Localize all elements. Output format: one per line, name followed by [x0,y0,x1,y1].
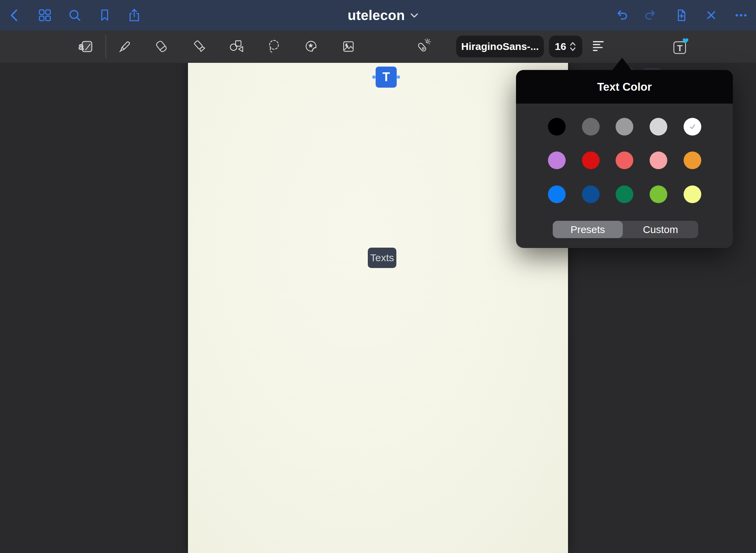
text-tool-left-handle [372,75,376,79]
tab-presets-label: Presets [570,224,605,235]
laser-pointer-tool[interactable] [414,37,432,56]
highlighter-tool[interactable] [191,37,209,56]
more-button[interactable] [733,7,749,23]
canvas-text-label: Texts [370,252,394,264]
color-swatch-79c135[interactable] [650,185,667,203]
document-title: utelecon [348,8,405,23]
popup-title: Text Color [597,81,652,93]
toolbar-divider [105,35,106,58]
color-swatch-0a7f53[interactable] [616,185,633,203]
redo-button[interactable] [643,7,659,23]
color-swatch-6b6b6b[interactable] [582,118,600,136]
color-swatch-f4f98b[interactable] [684,185,701,203]
tab-custom-label: Custom [643,224,678,235]
favorite-text-style-button[interactable]: T [671,37,689,56]
color-swatch-0b7bf5[interactable] [548,185,566,203]
tools-toolbar: a [0,31,756,63]
text-tool-glyph: T [382,70,390,84]
color-swatch-c07edd[interactable] [548,151,566,169]
note-page[interactable] [188,63,568,553]
selected-check-icon [688,122,697,131]
image-tool[interactable] [339,37,358,56]
read-only-mode-button[interactable] [703,7,719,23]
sticker-star-icon [303,38,319,55]
text-style-heart-icon: T [671,37,689,56]
text-color-popup: Text Color Presets Custom [516,70,733,248]
undo-icon [614,8,629,23]
align-left-icon [593,41,606,52]
color-swatch-9b9b9b[interactable] [616,118,633,136]
elements-tool[interactable] [302,37,320,56]
svg-text:a: a [79,41,84,52]
image-icon [340,38,357,55]
top-navigation-bar: utelecon [0,0,756,31]
stepper-chevrons-icon [569,40,577,53]
color-swatch-000000[interactable] [548,118,566,136]
crossed-pen-icon [704,8,719,23]
lasso-tool[interactable] [265,37,283,56]
add-page-button[interactable] [673,7,689,23]
font-family-label: HiraginoSans-... [461,41,539,52]
text-tool-right-handle [397,75,400,79]
scribble-convert-tool[interactable]: a [77,37,95,56]
color-swatch-d6d6d6[interactable] [650,118,667,136]
highlighter-icon [192,38,208,55]
font-size-value: 16 [555,41,566,52]
laser-pointer-icon [415,38,432,55]
popup-body: Presets Custom [516,104,733,248]
title-chevron-down-icon [410,13,418,18]
document-title-button[interactable]: utelecon [348,8,418,23]
pen-tool[interactable] [115,37,133,56]
popup-arrow [612,58,632,71]
back-chevron-icon [7,8,22,23]
bookmark-button[interactable] [97,7,113,23]
page-thumbnails-button[interactable] [37,7,53,23]
color-swatch-ee9a30[interactable] [684,151,701,169]
font-size-stepper[interactable]: 16 [549,36,582,57]
shapes-tool[interactable] [227,37,245,56]
pen-icon [116,39,132,54]
search-icon [67,8,82,23]
lasso-icon [266,38,282,55]
color-swatch-f06060[interactable] [616,151,633,169]
popup-header: Text Color [516,70,733,104]
canvas-text-object[interactable]: Texts [368,248,396,268]
scribble-convert-icon: a [78,39,94,54]
color-swatch-da1013[interactable] [582,151,600,169]
presets-custom-segmented-control: Presets Custom [553,221,698,238]
shapes-icon [228,38,244,55]
svg-text:T: T [677,43,683,53]
color-swatch-f8a3a6[interactable] [650,151,667,169]
redo-icon [643,8,658,23]
share-icon [127,8,142,23]
search-button[interactable] [67,7,83,23]
tab-custom[interactable]: Custom [623,221,698,238]
share-button[interactable] [126,7,142,23]
undo-button[interactable] [614,7,629,23]
eraser-icon [153,38,170,55]
text-alignment-button[interactable] [590,37,608,56]
thumbnails-grid-icon [37,8,52,23]
color-swatch-0e4e97[interactable] [582,185,600,203]
color-swatch-ffffff[interactable] [684,118,701,136]
back-button[interactable] [7,7,22,23]
eraser-tool[interactable] [152,37,171,56]
bookmark-icon [97,8,112,23]
add-page-icon [674,8,689,23]
text-tool-active[interactable]: T [376,67,397,88]
font-family-button[interactable]: HiraginoSans-... [456,36,544,57]
ellipsis-icon [734,8,749,23]
tab-presets[interactable]: Presets [553,221,623,238]
